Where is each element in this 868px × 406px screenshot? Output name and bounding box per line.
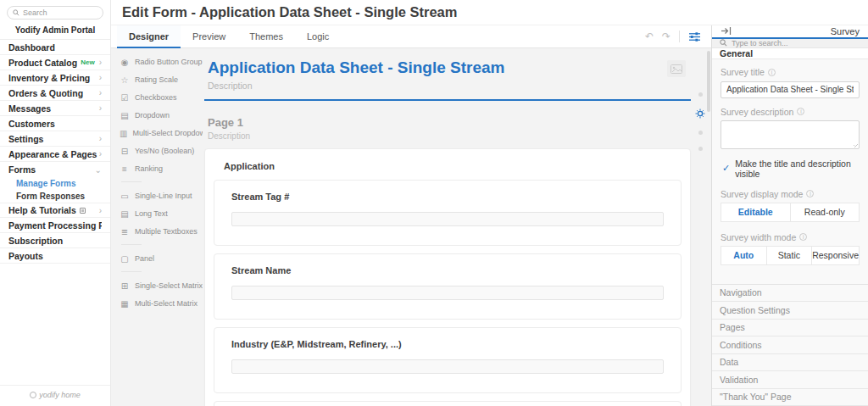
section-navigation[interactable]: Navigation: [712, 285, 868, 303]
toolbox-item-single-line-input[interactable]: ▭Single-Line Input: [120, 189, 203, 203]
survey-title[interactable]: Application Data Sheet - Single Stream: [208, 58, 687, 77]
toolbox-divider: [121, 181, 142, 182]
sidebar-item-messages[interactable]: Messages›: [0, 101, 110, 116]
section-thank-you-page[interactable]: "Thank You" Page: [712, 389, 868, 406]
multi-textbox-icon: ≣: [120, 227, 130, 236]
question-text-input[interactable]: [231, 286, 664, 300]
form-canvas: Application Data Sheet - Single Stream D…: [203, 48, 711, 406]
survey-title-input[interactable]: [721, 81, 860, 98]
sidebar-item-settings[interactable]: Settings›: [0, 131, 110, 147]
yodify-home-logo[interactable]: yodify home: [0, 385, 110, 406]
radio-icon: ◉: [120, 58, 130, 67]
sidebar-search[interactable]: [7, 6, 103, 19]
display-mode-segmented: Editable Read-only: [721, 203, 860, 222]
section-question-settings[interactable]: Question Settings: [712, 302, 868, 320]
portal-title: Yodify Admin Portal: [0, 22, 110, 40]
sidebar-item-subscription[interactable]: Subscription: [0, 233, 110, 248]
tab-themes[interactable]: Themes: [237, 25, 295, 47]
toolbox-item-checkboxes[interactable]: ☑Checkboxes: [120, 91, 203, 104]
search-icon: [13, 9, 19, 16]
section-pages[interactable]: Pages: [712, 320, 868, 337]
toolbox-item-ranking[interactable]: ≡Ranking: [120, 162, 203, 175]
canvas-scrollbar[interactable]: [707, 51, 710, 112]
toolbox-item-multi-select-dropdown[interactable]: ▥Multi-Select Dropdown: [120, 126, 203, 140]
info-icon: i: [797, 108, 804, 115]
question-stream-name[interactable]: Stream Name: [214, 253, 682, 320]
property-search-input[interactable]: [732, 39, 833, 47]
matrix-multi-icon: ▦: [120, 299, 130, 309]
chevron-right-icon: ›: [99, 58, 102, 67]
collapse-panel-icon[interactable]: [721, 26, 732, 36]
sidebar-item-appearance-pages[interactable]: Appearance & Pages›: [0, 147, 110, 162]
page-block-header[interactable]: Page 1 Description: [204, 116, 691, 141]
sidebar-item-dashboard[interactable]: Dashboard: [0, 40, 110, 55]
width-mode-static[interactable]: Static: [767, 247, 812, 264]
sidebar-item-forms[interactable]: Forms⌄: [0, 162, 110, 177]
question-text-input[interactable]: [231, 212, 664, 226]
textarea-icon: ▤: [120, 209, 130, 219]
ranking-icon: ≡: [120, 164, 130, 174]
question-title: Stream Name: [231, 265, 664, 275]
survey-header-block[interactable]: Application Data Sheet - Single Stream D…: [204, 57, 691, 101]
settings-sliders-icon[interactable]: [688, 31, 701, 42]
property-search[interactable]: [712, 39, 868, 48]
undo-icon[interactable]: ↶: [645, 31, 654, 42]
section-general[interactable]: General: [712, 48, 868, 59]
page-name[interactable]: Page 1: [208, 116, 691, 129]
question-application[interactable]: Application (Sales Gas, Debut OH, Sour I…: [214, 401, 682, 406]
toggle-icon: ⊟: [120, 147, 130, 156]
sidebar-item-orders-quoting[interactable]: Orders & Quoting›: [0, 86, 110, 101]
toolbox-item-panel[interactable]: ▢Panel: [120, 252, 203, 265]
toolbox-item-dropdown[interactable]: ▤Dropdown: [120, 108, 203, 122]
admin-sidebar: Yodify Admin Portal Dashboard Product Ca…: [0, 0, 111, 406]
dropdown-icon: ▤: [120, 111, 130, 120]
toolbox-item-multiple-textboxes[interactable]: ≣Multiple Textboxes: [120, 225, 203, 238]
redo-icon[interactable]: ↷: [662, 31, 670, 42]
toolbox-item-rating-scale[interactable]: ☆Rating Scale: [120, 73, 203, 86]
toolbox-item-single-select-matrix[interactable]: ⊞Single-Select Matrix: [120, 279, 203, 292]
sidebar-item-help-tutorials[interactable]: Help & Tutorials›: [0, 203, 110, 218]
toolbox-item-multi-select-matrix[interactable]: ▦Multi-Select Matrix: [120, 297, 203, 310]
gear-icon[interactable]: [695, 108, 705, 119]
drag-dot-icon: [698, 131, 703, 135]
width-mode-responsive[interactable]: Responsive: [812, 247, 859, 264]
tab-preview[interactable]: Preview: [181, 25, 237, 47]
sidebar-item-product-catalog[interactable]: Product CatalogNew›: [0, 55, 110, 70]
section-data[interactable]: Data: [712, 354, 868, 372]
panel-title[interactable]: Application: [214, 161, 682, 171]
question-industry[interactable]: Industry (E&P, Midstream, Refinery, ...): [214, 327, 682, 393]
app-root: Yodify Admin Portal Dashboard Product Ca…: [0, 0, 868, 406]
text-input-icon: ▭: [120, 192, 130, 201]
sidebar-item-customers[interactable]: Customers: [0, 116, 110, 131]
question-text-input[interactable]: [231, 359, 664, 374]
width-mode-auto[interactable]: Auto: [721, 247, 766, 264]
sidebar-item-inventory-pricing[interactable]: Inventory & Pricing›: [0, 70, 110, 86]
sidebar-item-payment-processing[interactable]: Payment Processing Profile: [0, 218, 110, 233]
sidebar-subitem-manage-forms[interactable]: Manage Forms: [0, 177, 110, 190]
visibility-checkbox[interactable]: ✓ Make the title and description visible: [722, 159, 860, 179]
image-icon: [670, 64, 682, 74]
sidebar-item-payouts[interactable]: Payouts: [0, 248, 110, 264]
property-panel-header: Survey: [712, 25, 868, 39]
survey-description-textarea[interactable]: [721, 120, 860, 149]
toolbox-item-boolean[interactable]: ⊟Yes/No (Boolean): [120, 144, 203, 158]
panel-application[interactable]: Application Stream Tag # Stream Name Ind…: [204, 148, 691, 406]
sidebar-search-input[interactable]: [23, 8, 91, 17]
toolbox-item-radio-button-group[interactable]: ◉Radio Button Group: [120, 55, 203, 69]
section-conditions[interactable]: Conditions: [712, 336, 868, 354]
logo-placeholder[interactable]: [667, 60, 686, 77]
question-stream-tag[interactable]: Stream Tag #: [214, 180, 682, 246]
display-mode-readonly[interactable]: Read-only: [791, 203, 860, 221]
tab-designer[interactable]: Designer: [117, 25, 181, 47]
sidebar-subitem-form-responses[interactable]: Form Responses: [0, 190, 110, 203]
display-mode-editable[interactable]: Editable: [721, 203, 790, 221]
star-icon: ☆: [120, 75, 130, 85]
section-validation[interactable]: Validation: [712, 371, 868, 389]
resize-handle[interactable]: [852, 142, 858, 147]
survey-description-label: Survey descriptioni: [721, 107, 860, 117]
tab-logic[interactable]: Logic: [295, 25, 341, 47]
toolbox-item-long-text[interactable]: ▤Long Text: [120, 207, 203, 220]
page-description-placeholder[interactable]: Description: [208, 131, 691, 141]
toolbox-divider: [121, 244, 142, 245]
survey-description-placeholder[interactable]: Description: [208, 81, 687, 91]
